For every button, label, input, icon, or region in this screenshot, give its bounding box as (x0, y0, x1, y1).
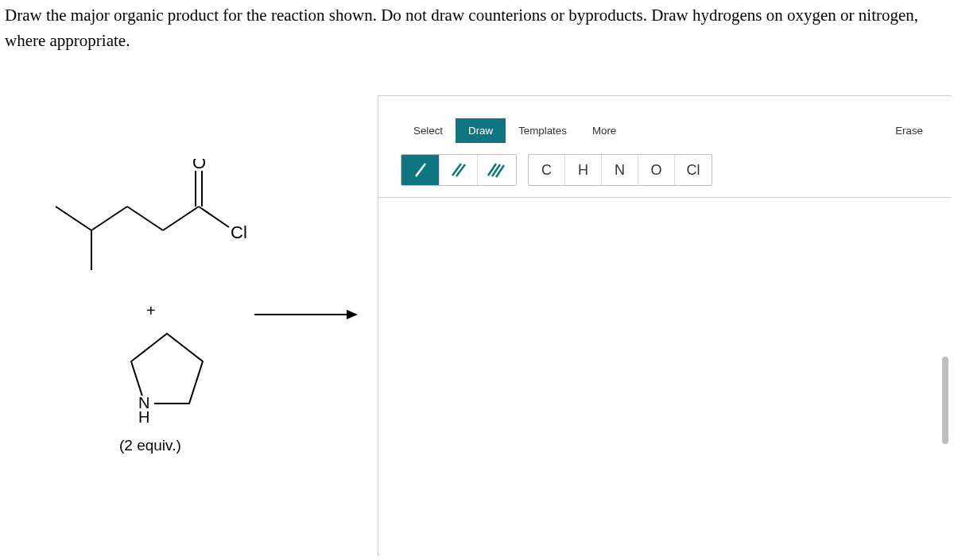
double-bond-button[interactable] (440, 155, 478, 185)
element-H-button[interactable]: H (565, 155, 602, 185)
reaction-arrow (254, 307, 358, 326)
more-mode-button[interactable]: More (580, 118, 629, 143)
svg-marker-11 (347, 310, 358, 319)
svg-line-14 (456, 164, 465, 176)
svg-line-13 (452, 164, 461, 176)
drawing-canvas[interactable] (378, 198, 952, 560)
svg-line-4 (163, 207, 199, 230)
plus-symbol: + (146, 302, 156, 320)
reactant-acyl-chloride: O Cl (48, 159, 254, 281)
hydrogen-label: H (138, 408, 149, 426)
toolbar: Select Draw Templates More Erase (378, 96, 952, 198)
erase-button[interactable]: Erase (882, 118, 936, 143)
single-bond-button[interactable] (401, 155, 440, 185)
question-prompt: Draw the major organic product for the r… (0, 0, 954, 53)
chlorine-label: Cl (231, 222, 247, 242)
svg-line-0 (56, 207, 91, 230)
equivalents-label: (2 equiv.) (119, 437, 181, 454)
select-mode-button[interactable]: Select (401, 118, 456, 143)
drawing-panel: Select Draw Templates More Erase (378, 95, 952, 556)
reactant-pyrrolidine: N H (119, 326, 215, 432)
element-N-button[interactable]: N (602, 155, 638, 185)
element-button-group: C H N O Cl (528, 154, 712, 186)
oxygen-label: O (192, 159, 206, 172)
svg-line-3 (127, 207, 163, 230)
svg-marker-8 (131, 334, 203, 404)
svg-line-12 (416, 164, 425, 176)
triple-bond-button[interactable] (478, 155, 516, 185)
templates-mode-button[interactable]: Templates (506, 118, 580, 143)
bond-tool-group (401, 154, 517, 186)
element-O-button[interactable]: O (638, 155, 675, 185)
element-C-button[interactable]: C (529, 155, 565, 185)
element-Cl-button[interactable]: Cl (675, 155, 712, 185)
draw-mode-button[interactable]: Draw (456, 118, 506, 143)
svg-line-7 (199, 207, 229, 227)
scrollbar-thumb[interactable] (942, 357, 948, 444)
svg-line-1 (91, 207, 127, 230)
